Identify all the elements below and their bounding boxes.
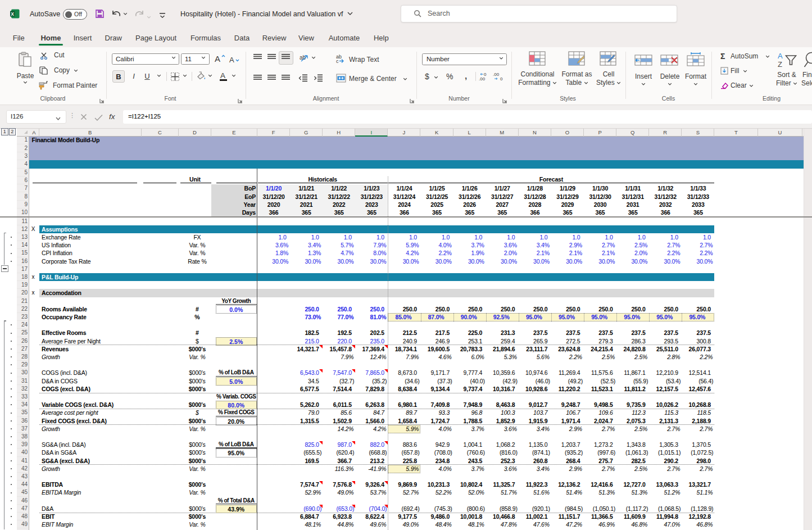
svg-text:A: A	[220, 71, 225, 80]
svg-text:0: 0	[500, 76, 503, 81]
svg-text:A: A	[229, 56, 234, 64]
svg-text:.00: .00	[493, 72, 500, 77]
svg-text:X: X	[11, 11, 14, 16]
svg-text:A: A	[215, 54, 220, 64]
svg-text:.00: .00	[479, 76, 486, 81]
svg-text:c: c	[336, 58, 339, 63]
svg-text:Z: Z	[778, 60, 782, 69]
svg-text:A: A	[778, 52, 783, 60]
svg-text:0: 0	[484, 72, 487, 77]
